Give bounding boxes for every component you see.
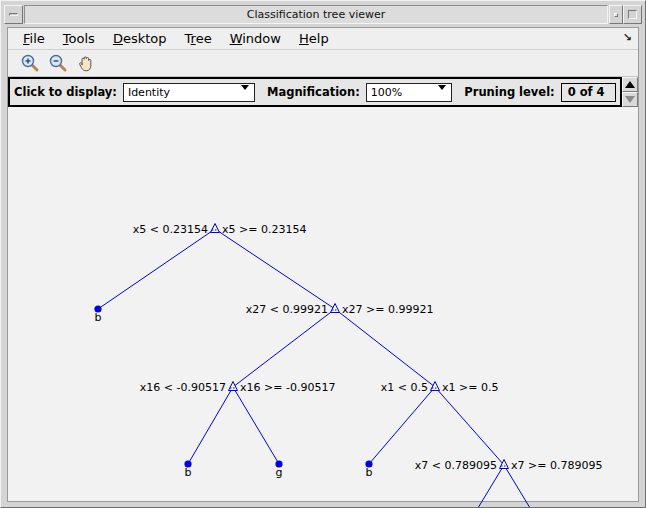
split-rule-right-label: x5 >= 0.23154 (222, 223, 306, 236)
menu-window[interactable]: Window (221, 29, 290, 48)
pruning-level-spinner (622, 77, 638, 107)
control-bar: Click to display: Identity Magnification… (8, 77, 638, 107)
zoom-out-icon[interactable] (48, 53, 68, 73)
split-rule-left-label: x27 < 0.99921 (246, 303, 328, 316)
split-rule-left-label: x5 < 0.23154 (133, 223, 208, 236)
split-rule-right-label: x7 >= 0.789095 (511, 459, 602, 472)
pruning-down-button[interactable] (622, 92, 638, 107)
split-rule-left-label: x1 < 0.5 (381, 381, 428, 394)
magnification-dropdown[interactable]: 100% (366, 83, 453, 102)
tree-edge (369, 387, 435, 464)
leaf-class-label: g (276, 466, 283, 479)
chevron-down-icon (438, 90, 447, 103)
tree-edge (98, 229, 215, 309)
window-menu-dash-icon (9, 13, 18, 16)
menu-tools[interactable]: Tools (54, 29, 104, 48)
split-rule-left-label: x7 < 0.789095 (415, 459, 497, 472)
tree-edge (215, 229, 335, 309)
pruning-level-label: Pruning level: (464, 85, 554, 99)
maximize-button[interactable] (623, 5, 642, 24)
split-rule-left-label: x16 < -0.90517 (140, 381, 226, 394)
magnification-label: Magnification: (267, 85, 360, 99)
tree-edge (233, 387, 279, 464)
leaf-class-label: b (95, 311, 102, 324)
menu-file[interactable]: File (14, 29, 54, 48)
decision-node-marker[interactable] (229, 382, 238, 391)
pruning-level-field[interactable]: 0 of 4 (561, 83, 616, 102)
title-bar: Classification tree viewer (4, 4, 642, 25)
click-to-display-label: Click to display: (14, 85, 117, 99)
menu-tree[interactable]: Tree (176, 29, 221, 48)
chevron-down-icon (241, 90, 250, 103)
decision-node-marker[interactable] (331, 304, 340, 313)
magnification-value: 100% (371, 86, 402, 99)
classification-tree-viewer-window: Classification tree viewer File Tools De… (0, 0, 646, 508)
menu-desktop[interactable]: Desktop (104, 29, 176, 48)
tree-edge (335, 309, 435, 387)
pruning-level-value: 0 of 4 (568, 85, 605, 99)
zoom-in-icon[interactable] (20, 53, 40, 73)
minimize-button[interactable] (609, 5, 623, 24)
decision-node-marker[interactable] (431, 382, 440, 391)
menu-help[interactable]: Help (290, 29, 338, 48)
click-to-display-value: Identity (128, 86, 170, 99)
dock-arrow-icon[interactable]: ↘ (623, 31, 632, 44)
toolbar (8, 50, 638, 77)
click-to-display-dropdown[interactable]: Identity (123, 83, 255, 102)
maximize-square-icon (628, 10, 637, 19)
pan-hand-icon[interactable] (76, 53, 96, 73)
decision-node-marker[interactable] (211, 224, 220, 233)
window-title: Classification tree viewer (24, 5, 608, 24)
leaf-class-label: b (366, 466, 373, 479)
split-rule-right-label: x1 >= 0.5 (442, 381, 498, 394)
tree-diagram: x5 < 0.23154x5 >= 0.23154bx27 < 0.99921x… (1, 191, 646, 508)
tree-edge (188, 387, 233, 464)
arrow-down-icon (625, 96, 635, 103)
tree-edge (233, 309, 335, 387)
control-box: Click to display: Identity Magnification… (8, 77, 622, 107)
menu-bar: File Tools Desktop Tree Window Help ↘ (8, 28, 638, 50)
split-rule-right-label: x27 >= 0.99921 (342, 303, 433, 316)
split-rule-right-label: x16 >= -0.90517 (240, 381, 335, 394)
leaf-class-label: b (185, 466, 192, 479)
tree-canvas[interactable]: x5 < 0.23154x5 >= 0.23154bx27 < 0.99921x… (8, 107, 638, 501)
tree-edge (435, 387, 504, 465)
window-menu-button[interactable] (4, 5, 23, 24)
arrow-up-icon (625, 81, 635, 88)
minimize-dot-icon (614, 13, 618, 17)
client-area: File Tools Desktop Tree Window Help ↘ (7, 27, 639, 502)
pruning-up-button[interactable] (622, 77, 638, 92)
